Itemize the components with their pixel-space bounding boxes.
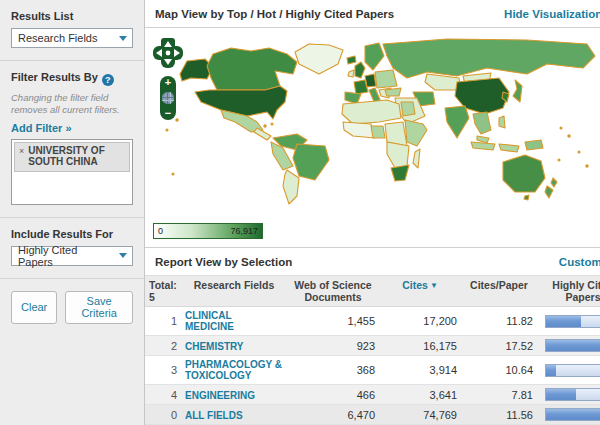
region-southeast-asia[interactable] — [473, 112, 491, 134]
filter-by-label: Filter Results By? — [11, 71, 133, 86]
map-panel-header: Map View by Top / Hot / Highly Cited Pap… — [145, 0, 600, 28]
col-cites: Cites▼ — [379, 276, 461, 307]
country-egypt[interactable] — [401, 102, 415, 116]
cpp-value: 11.56 — [461, 405, 537, 425]
rank: 0 — [145, 405, 181, 425]
cpp-value: 11.82 — [461, 307, 537, 336]
save-criteria-button[interactable]: Save Criteria — [65, 291, 133, 324]
include-results-section: Include Results For Highly Cited Papers — [0, 218, 144, 279]
hcp-bar: 9 — [545, 388, 600, 401]
country-india[interactable] — [445, 106, 469, 138]
country-brazil[interactable] — [293, 144, 329, 180]
country-new-zealand-south[interactable] — [545, 186, 553, 198]
field-link[interactable]: CLINICAL MEDICINE — [185, 310, 283, 332]
main-panel: Map View by Top / Hot / Highly Cited Pap… — [145, 0, 600, 425]
sidebar: Results List Research Fields Filter Resu… — [0, 0, 145, 425]
field-link[interactable]: CHEMISTRY — [185, 341, 244, 352]
pan-control[interactable] — [151, 36, 185, 70]
docs-value: 6,470 — [287, 405, 379, 425]
country-madagascar[interactable] — [413, 149, 420, 168]
country-kazakhstan[interactable] — [425, 74, 461, 90]
country-iceland[interactable] — [347, 56, 356, 64]
field-link[interactable]: ENGINEERING — [185, 390, 255, 401]
choropleth-map[interactable] — [147, 34, 599, 247]
cites-value: 3,641 — [379, 385, 461, 405]
region-southern-africa[interactable] — [387, 142, 409, 168]
col-research-fields: Research Fields — [181, 276, 287, 307]
country-philippines[interactable] — [499, 116, 505, 128]
cites-value: 17,200 — [379, 307, 461, 336]
region-west-africa[interactable] — [343, 122, 375, 138]
filter-chip[interactable]: × UNIVERSITY OF SOUTH CHINA — [14, 142, 130, 172]
country-france[interactable] — [354, 80, 368, 94]
country-turkey[interactable] — [385, 88, 401, 96]
map-title: Map View by Top / Hot / Highly Cited Pap… — [155, 8, 394, 20]
report-panel-header: Report View by Selection Customize — [145, 247, 600, 276]
world-map[interactable]: + − 0 76,917 — [145, 28, 600, 247]
help-icon[interactable]: ? — [102, 74, 114, 86]
country-tasmania[interactable] — [524, 195, 529, 200]
docs-value: 1,455 — [287, 307, 379, 336]
chevron-down-icon — [114, 247, 132, 265]
results-list-label: Results List — [11, 10, 133, 22]
include-results-value: Highly Cited Papers — [18, 244, 114, 268]
zoom-in-button[interactable]: + — [165, 77, 171, 87]
legend-max: 76,917 — [230, 226, 258, 236]
cites-value: 16,175 — [379, 336, 461, 356]
zoom-out-button[interactable]: − — [165, 108, 171, 118]
field-link[interactable]: ALL FIELDS — [185, 410, 243, 421]
country-indonesia-east[interactable] — [499, 144, 519, 152]
country-new-zealand-north[interactable] — [551, 178, 557, 187]
rank: 4 — [145, 385, 181, 405]
region-east-africa[interactable] — [405, 120, 427, 146]
filter-listbox: × UNIVERSITY OF SOUTH CHINA — [11, 139, 133, 205]
country-canada[interactable] — [207, 48, 297, 90]
cpp-value: 7.81 — [461, 385, 537, 405]
col-highly-cited-papers: Highly Cited Papers — [537, 276, 600, 307]
country-nigeria[interactable] — [371, 126, 385, 138]
country-uk[interactable] — [355, 62, 365, 78]
hcp-bar: 26 — [545, 339, 600, 352]
country-papua-new-guinea[interactable] — [525, 140, 543, 150]
add-filter-link[interactable]: Add Filter » — [11, 122, 72, 134]
hide-visualization-link[interactable]: Hide Visualization — — [504, 8, 600, 20]
rank: 3 — [145, 356, 181, 385]
globe-icon[interactable] — [162, 92, 174, 104]
country-usa[interactable] — [195, 86, 287, 119]
country-scandinavia[interactable] — [365, 43, 384, 70]
filter-chip-label: UNIVERSITY OF SOUTH CHINA — [28, 145, 125, 168]
country-russia[interactable] — [383, 39, 595, 78]
country-japan[interactable] — [513, 80, 522, 102]
filter-note: Changing the filter field removes all cu… — [11, 92, 133, 116]
include-results-select[interactable]: Highly Cited Papers — [11, 246, 133, 266]
results-list-select[interactable]: Research Fields — [11, 28, 133, 48]
country-indonesia-west[interactable] — [471, 142, 495, 150]
sidebar-buttons: Clear Save Criteria — [0, 279, 144, 336]
region-north-africa[interactable] — [342, 100, 401, 124]
country-greenland[interactable] — [295, 44, 343, 74]
results-list-value: Research Fields — [18, 32, 97, 44]
col-cites-per-paper: Cites/Paper — [461, 276, 537, 307]
report-table: Total: 5 Research Fields Web of Science … — [145, 276, 600, 425]
customize-link[interactable]: Customize — [559, 256, 600, 268]
clear-button[interactable]: Clear — [11, 291, 57, 324]
country-malaysia[interactable] — [477, 136, 489, 143]
table-row: 2 CHEMISTRY 923 16,175 17.52 26 — [145, 336, 600, 356]
region-eastern-europe[interactable] — [375, 70, 397, 88]
remove-filter-icon[interactable]: × — [19, 146, 24, 168]
map-color-legend: 0 76,917 — [153, 223, 263, 239]
col-total: Total: 5 — [145, 276, 181, 307]
country-australia[interactable] — [503, 155, 545, 192]
rank: 1 — [145, 307, 181, 336]
sort-descending-icon: ▼ — [430, 281, 438, 290]
cites-sort-link[interactable]: Cites▼ — [402, 279, 438, 291]
field-link[interactable]: PHARMACOLOGY & TOXICOLOGY — [185, 359, 283, 381]
country-argentina[interactable] — [283, 170, 299, 204]
rank: 2 — [145, 336, 181, 356]
country-ireland[interactable] — [348, 70, 354, 77]
legend-min: 0 — [158, 226, 163, 236]
hcp-bar: 11 — [545, 315, 600, 328]
country-south-africa[interactable] — [391, 165, 409, 181]
docs-value: 923 — [287, 336, 379, 356]
results-list-section: Results List Research Fields — [0, 0, 144, 61]
